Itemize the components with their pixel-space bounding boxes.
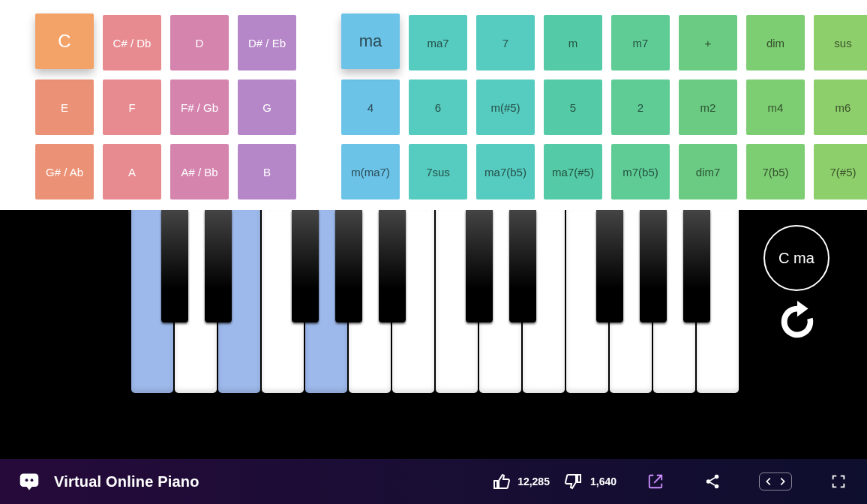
share-button[interactable] xyxy=(702,471,723,492)
type-tile[interactable]: m(ma7) xyxy=(341,144,400,200)
root-tile-a#bb[interactable]: A# / Bb xyxy=(170,144,229,200)
type-tile[interactable]: m7 xyxy=(611,15,670,70)
root-tile-b[interactable]: B xyxy=(238,144,296,200)
root-tile-g[interactable]: G xyxy=(238,80,296,135)
prev-button[interactable] xyxy=(763,476,775,488)
type-tile[interactable]: m2 xyxy=(679,80,737,135)
type-tile[interactable]: 7 xyxy=(476,15,535,70)
type-tile[interactable]: + xyxy=(679,15,737,70)
black-key[interactable] xyxy=(335,210,362,322)
root-tile-c#db[interactable]: C# / Db xyxy=(103,15,161,70)
current-chord-label: C ma xyxy=(778,250,814,267)
root-tile-f[interactable]: F xyxy=(103,80,161,135)
svg-point-2 xyxy=(715,475,719,479)
root-tile-e[interactable]: E xyxy=(35,80,94,135)
black-key[interactable] xyxy=(596,210,623,322)
svg-point-3 xyxy=(706,479,711,484)
reset-button[interactable] xyxy=(774,298,820,345)
like-count: 12,285 xyxy=(518,476,550,488)
black-key[interactable] xyxy=(640,210,667,322)
type-tile[interactable]: 6 xyxy=(409,80,467,135)
type-tile[interactable]: m xyxy=(544,15,602,70)
fullscreen-button[interactable] xyxy=(828,471,849,492)
black-key[interactable] xyxy=(161,210,188,322)
type-tile[interactable]: 5 xyxy=(544,80,602,135)
svg-point-1 xyxy=(31,478,34,482)
type-tile[interactable]: dim xyxy=(746,15,805,70)
dislike-stat[interactable]: 1,640 xyxy=(563,471,616,492)
refresh-icon xyxy=(774,298,820,345)
popout-button[interactable] xyxy=(645,471,666,492)
type-tile[interactable]: m7(b5) xyxy=(611,144,670,200)
type-tile[interactable]: m6 xyxy=(814,80,867,135)
black-key[interactable] xyxy=(379,210,406,322)
black-key[interactable] xyxy=(466,210,493,322)
chord-type-grid: mama77mm7+dimsus46m(#5)52m2m4m6m(ma7)7su… xyxy=(341,15,867,195)
bottom-bar: Virtual Online Piano 12,285 1,640 xyxy=(0,459,867,504)
root-tile-d#eb[interactable]: D# / Eb xyxy=(238,15,296,70)
current-chord-badge[interactable]: C ma xyxy=(764,225,830,291)
piano-area: C ma xyxy=(0,210,867,459)
type-tile[interactable]: 7sus xyxy=(409,144,467,200)
root-tile-d[interactable]: D xyxy=(170,15,229,70)
black-key[interactable] xyxy=(683,210,710,322)
type-tile[interactable]: ma7 xyxy=(409,15,467,70)
thumbs-up-icon xyxy=(490,471,512,492)
root-tile-a[interactable]: A xyxy=(103,144,161,200)
black-key[interactable] xyxy=(509,210,536,322)
dislike-count: 1,640 xyxy=(590,476,616,488)
type-tile[interactable]: m4 xyxy=(746,80,805,135)
black-key[interactable] xyxy=(205,210,232,322)
like-stat[interactable]: 12,285 xyxy=(490,471,550,492)
type-tile[interactable]: 4 xyxy=(341,80,400,135)
next-button[interactable] xyxy=(776,476,788,488)
root-note-grid: CC# / DbDD# / EbEFF# / GbGG# / AbAA# / B… xyxy=(35,15,296,195)
type-tile[interactable]: dim7 xyxy=(679,144,737,200)
type-tile[interactable]: 7(b5) xyxy=(746,144,805,200)
svg-point-0 xyxy=(26,478,28,482)
type-tile[interactable]: ma7(b5) xyxy=(476,144,535,200)
type-tile[interactable]: m(#5) xyxy=(476,80,535,135)
keyboard xyxy=(131,210,740,393)
root-tile-c[interactable]: C xyxy=(35,14,94,69)
thumbs-down-icon xyxy=(563,471,584,492)
prev-next-buttons xyxy=(759,472,792,490)
type-tile[interactable]: 7(#5) xyxy=(814,144,867,200)
svg-point-4 xyxy=(715,484,719,489)
type-tile[interactable]: sus xyxy=(814,15,867,70)
black-key[interactable] xyxy=(292,210,319,322)
site-logo-icon[interactable] xyxy=(18,470,40,493)
chord-selector: CC# / DbDD# / EbEFF# / GbGG# / AbAA# / B… xyxy=(0,0,867,210)
root-tile-g#ab[interactable]: G# / Ab xyxy=(35,144,94,200)
root-tile-f#gb[interactable]: F# / Gb xyxy=(170,80,229,135)
app-title: Virtual Online Piano xyxy=(54,473,200,490)
type-tile[interactable]: ma xyxy=(341,14,400,69)
type-tile[interactable]: ma7(#5) xyxy=(544,144,602,200)
type-tile[interactable]: 2 xyxy=(611,80,670,135)
